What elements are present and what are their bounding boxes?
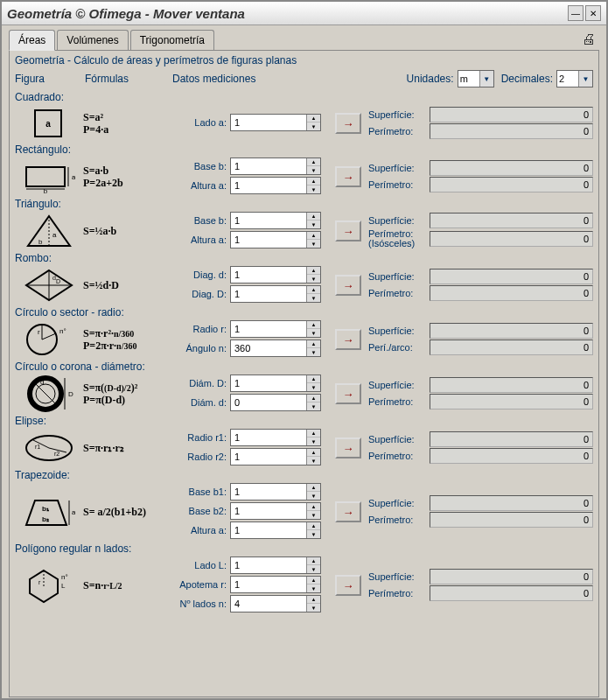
tab-trigonometria[interactable]: Trigonometría (130, 30, 214, 50)
spin-up-icon[interactable]: ▲ (307, 484, 320, 492)
spin-down-icon[interactable]: ▼ (307, 457, 320, 465)
spin-down-icon[interactable]: ▼ (307, 275, 320, 283)
spin-up-icon[interactable]: ▲ (307, 232, 320, 240)
calculate-button[interactable]: → (335, 501, 361, 522)
spin-up-icon[interactable]: ▲ (307, 430, 320, 438)
spinner-input[interactable]: ▲▼ (230, 114, 321, 131)
spinner-input[interactable]: ▲▼ (230, 522, 321, 539)
input-field[interactable] (231, 375, 306, 391)
calculate-button[interactable]: → (335, 383, 361, 404)
spin-down-icon[interactable]: ▼ (307, 584, 320, 592)
spin-down-icon[interactable]: ▼ (307, 511, 320, 519)
spin-down-icon[interactable]: ▼ (307, 402, 320, 410)
spinner-input[interactable]: ▲▼ (230, 158, 321, 175)
decimales-select[interactable]: ▼ (556, 70, 593, 88)
spinner-input[interactable]: ▲▼ (230, 231, 321, 248)
input-field[interactable] (231, 286, 306, 302)
unidades-select[interactable]: ▼ (458, 70, 494, 88)
spin-down-icon[interactable]: ▼ (307, 220, 320, 228)
spinner-input[interactable]: ▲▼ (230, 502, 321, 520)
spinner-input[interactable]: ▲▼ (230, 556, 321, 574)
spin-up-icon[interactable]: ▲ (307, 340, 320, 348)
spinner-input[interactable]: ▲▼ (230, 595, 321, 612)
tab-areas[interactable]: Áreas (9, 30, 55, 51)
input-field[interactable] (231, 430, 306, 445)
spin-up-icon[interactable]: ▲ (307, 213, 320, 220)
spin-down-icon[interactable]: ▼ (307, 122, 320, 130)
spin-up-icon[interactable]: ▲ (307, 321, 320, 329)
spinner-input[interactable]: ▲▼ (230, 448, 321, 466)
close-button[interactable]: ✕ (585, 5, 601, 21)
calculate-button[interactable]: → (335, 438, 361, 458)
spin-up-icon[interactable]: ▲ (307, 178, 320, 186)
input-field[interactable] (231, 321, 306, 337)
spin-down-icon[interactable]: ▼ (307, 329, 320, 337)
calculate-button[interactable]: → (335, 113, 361, 134)
spin-up-icon[interactable]: ▲ (307, 375, 320, 383)
spin-down-icon[interactable]: ▼ (307, 348, 320, 356)
calculate-button[interactable]: → (335, 275, 361, 296)
spin-down-icon[interactable]: ▼ (307, 492, 320, 500)
input-field[interactable] (231, 267, 306, 283)
spin-down-icon[interactable]: ▼ (307, 565, 320, 573)
chevron-down-icon[interactable]: ▼ (578, 71, 592, 87)
inputs-group: Diag. d:▲▼Diag. D:▲▼ (171, 266, 328, 304)
input-field[interactable] (231, 213, 306, 228)
spin-up-icon[interactable]: ▲ (307, 503, 320, 511)
input-field[interactable] (231, 115, 306, 130)
input-field[interactable] (231, 596, 306, 612)
input-field[interactable] (231, 178, 306, 193)
spinner-input[interactable]: ▲▼ (230, 483, 321, 500)
spin-up-icon[interactable]: ▲ (307, 557, 320, 565)
input-field[interactable] (231, 577, 306, 592)
calculate-button[interactable]: → (335, 220, 361, 242)
tab-volumenes[interactable]: Volúmenes (57, 30, 128, 50)
spinner-input[interactable]: ▲▼ (230, 285, 321, 303)
spinner-input[interactable]: ▲▼ (230, 320, 321, 338)
spinner-input[interactable]: ▲▼ (230, 576, 321, 593)
input-field[interactable] (231, 557, 306, 573)
spin-up-icon[interactable]: ▲ (307, 115, 320, 122)
spin-up-icon[interactable]: ▲ (307, 286, 320, 294)
spinner-input[interactable]: ▲▼ (230, 374, 321, 392)
input-field[interactable] (231, 395, 306, 410)
spinner-input[interactable]: ▲▼ (230, 394, 321, 411)
spin-up-icon[interactable]: ▲ (307, 449, 320, 457)
unidades-value[interactable] (458, 72, 479, 86)
calculate-button[interactable]: → (335, 166, 361, 187)
spin-down-icon[interactable]: ▼ (307, 530, 320, 538)
spin-up-icon[interactable]: ▲ (307, 522, 320, 530)
spin-up-icon[interactable]: ▲ (307, 577, 320, 584)
input-field[interactable] (231, 484, 306, 500)
spin-down-icon[interactable]: ▼ (307, 294, 320, 302)
spinner-input[interactable]: ▲▼ (230, 266, 321, 284)
calculate-button[interactable]: → (335, 575, 361, 596)
minimize-button[interactable]: — (568, 5, 584, 21)
spin-down-icon[interactable]: ▼ (307, 240, 320, 248)
result-value: 0 (430, 569, 593, 584)
formula-text: S=a²P=4·a (83, 111, 171, 136)
spin-down-icon[interactable]: ▼ (307, 186, 320, 193)
spin-down-icon[interactable]: ▼ (307, 438, 320, 445)
spinner-input[interactable]: ▲▼ (230, 212, 321, 229)
calculate-button[interactable]: → (335, 329, 361, 350)
spin-up-icon[interactable]: ▲ (307, 395, 320, 402)
input-field[interactable] (231, 449, 306, 465)
input-field[interactable] (231, 340, 306, 356)
spinner-input[interactable]: ▲▼ (230, 429, 321, 446)
spinner-input[interactable]: ▲▼ (230, 177, 321, 194)
chevron-down-icon[interactable]: ▼ (479, 71, 493, 87)
input-field[interactable] (231, 232, 306, 248)
input-field[interactable] (231, 522, 306, 538)
input-field[interactable] (231, 503, 306, 519)
print-icon[interactable]: 🖨 (582, 32, 596, 47)
spin-up-icon[interactable]: ▲ (307, 596, 320, 604)
decimales-value[interactable] (557, 72, 578, 86)
spin-up-icon[interactable]: ▲ (307, 267, 320, 275)
spin-up-icon[interactable]: ▲ (307, 158, 320, 166)
spinner-input[interactable]: ▲▼ (230, 340, 321, 357)
spin-down-icon[interactable]: ▼ (307, 604, 320, 612)
spin-down-icon[interactable]: ▼ (307, 383, 320, 391)
input-field[interactable] (231, 158, 306, 174)
spin-down-icon[interactable]: ▼ (307, 166, 320, 174)
